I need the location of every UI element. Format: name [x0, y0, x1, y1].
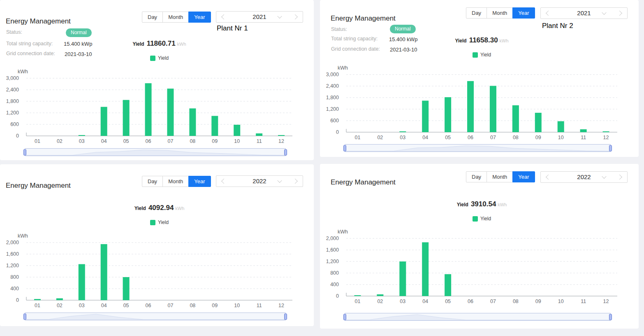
tab-day[interactable]: Day — [142, 12, 163, 23]
tab-year[interactable]: Year — [188, 12, 211, 23]
svg-text:04: 04 — [101, 138, 107, 144]
svg-text:3,000: 3,000 — [6, 75, 19, 81]
svg-text:2,400: 2,400 — [6, 87, 19, 93]
period-tabs: Day Month Year — [142, 12, 211, 23]
energy-panel-plant2-2021: Energy Management Day Month Year 2021 Pl… — [320, 0, 639, 157]
slider-handle-left[interactable] — [23, 149, 26, 155]
slider-handle-left[interactable] — [343, 145, 346, 151]
slider-handle-left[interactable] — [23, 313, 26, 320]
energy-panel-plant1-2021: Energy Management Day Month Year 2021 Pl… — [0, 0, 314, 160]
yield-total: Yield4092.94kWh — [26, 204, 292, 212]
svg-text:04: 04 — [422, 299, 428, 304]
svg-text:1,200: 1,200 — [326, 259, 339, 264]
datazoom-slider[interactable] — [25, 313, 286, 320]
chart-legend[interactable]: Yield — [26, 55, 292, 61]
tab-month[interactable]: Month — [162, 176, 189, 187]
yield-total: Yield11658.30kWh — [346, 36, 617, 44]
svg-text:0: 0 — [336, 293, 339, 299]
slider-handle-right[interactable] — [284, 313, 287, 320]
yield-total-value: 4092.94 — [148, 204, 174, 212]
svg-text:400: 400 — [330, 282, 339, 287]
tab-day[interactable]: Day — [466, 7, 487, 19]
year-value[interactable]: 2022 — [216, 176, 303, 187]
svg-text:11: 11 — [257, 303, 262, 308]
svg-text:kWh: kWh — [18, 233, 28, 239]
svg-text:03: 03 — [400, 135, 405, 140]
svg-text:03: 03 — [79, 303, 85, 308]
year-picker: 2022 — [216, 175, 303, 187]
slider-handle-left[interactable] — [343, 314, 346, 320]
svg-text:2,000: 2,000 — [326, 236, 339, 241]
period-tabs: Day Month Year — [466, 171, 535, 182]
energy-panel-plant1-2022: Energy Management Day Month Year 2022 Yi… — [0, 164, 314, 326]
yield-total-value: 11658.30 — [469, 36, 498, 44]
plant-name: Plant Nr 1 — [217, 24, 248, 33]
yield-total-label: Yield — [132, 41, 144, 47]
yield-total-unit: kWh — [498, 202, 507, 207]
yield-total-unit: kWh — [500, 38, 509, 43]
tab-month[interactable]: Month — [162, 12, 189, 23]
svg-text:08: 08 — [190, 138, 195, 144]
period-tabs: Day Month Year — [466, 7, 535, 19]
svg-text:07: 07 — [490, 299, 496, 304]
svg-text:kWh: kWh — [18, 69, 28, 75]
svg-text:3,000: 3,000 — [326, 72, 339, 77]
tab-year[interactable]: Year — [188, 176, 211, 187]
datazoom-slider[interactable] — [25, 148, 286, 156]
svg-text:12: 12 — [278, 303, 284, 308]
svg-text:10: 10 — [234, 138, 240, 144]
svg-text:05: 05 — [445, 135, 451, 140]
svg-text:kWh: kWh — [338, 65, 348, 71]
svg-text:04: 04 — [101, 303, 107, 308]
grid-date-label: Grid connection date: — [331, 46, 380, 52]
svg-text:01: 01 — [355, 299, 361, 304]
svg-text:01: 01 — [35, 138, 40, 144]
svg-text:07: 07 — [168, 303, 174, 308]
svg-text:05: 05 — [123, 303, 129, 308]
legend-label: Yield — [158, 55, 169, 61]
svg-text:08: 08 — [513, 299, 519, 304]
svg-text:01: 01 — [355, 135, 361, 140]
slider-handle-right[interactable] — [609, 145, 612, 151]
year-value[interactable]: 2021 — [216, 12, 303, 22]
legend-label: Yield — [480, 216, 491, 222]
yield-total-value: 3910.54 — [471, 200, 496, 208]
svg-text:11: 11 — [581, 135, 586, 140]
slider-handle-right[interactable] — [609, 314, 612, 320]
yield-bar-chart: kWh06001,2001,8002,4003,0000102030405060… — [320, 64, 639, 146]
svg-text:1,600: 1,600 — [326, 247, 339, 253]
svg-text:04: 04 — [422, 135, 428, 140]
year-picker: 2021 — [216, 11, 303, 23]
tab-day[interactable]: Day — [142, 176, 163, 187]
tab-year[interactable]: Year — [512, 7, 535, 19]
chart-legend[interactable]: Yield — [346, 52, 617, 58]
slider-handle-right[interactable] — [284, 149, 287, 155]
svg-text:1,800: 1,800 — [326, 95, 339, 100]
legend-swatch-icon — [473, 216, 478, 222]
tab-day[interactable]: Day — [466, 171, 487, 182]
page-title: Energy Management — [331, 14, 396, 23]
svg-text:kWh: kWh — [338, 229, 348, 235]
svg-text:1,600: 1,600 — [6, 251, 19, 257]
svg-text:06: 06 — [146, 138, 151, 144]
year-value[interactable]: 2021 — [541, 8, 627, 19]
chart-legend[interactable]: Yield — [346, 216, 617, 222]
svg-text:11: 11 — [581, 299, 586, 304]
svg-text:2,000: 2,000 — [6, 240, 19, 245]
svg-text:2,400: 2,400 — [326, 83, 339, 89]
svg-text:1,200: 1,200 — [326, 106, 339, 112]
year-value[interactable]: 2022 — [541, 172, 627, 182]
svg-text:600: 600 — [10, 121, 19, 127]
svg-text:02: 02 — [377, 299, 383, 304]
tab-month[interactable]: Month — [486, 7, 513, 19]
svg-text:600: 600 — [330, 118, 339, 124]
datazoom-slider[interactable] — [345, 144, 611, 152]
tab-year[interactable]: Year — [512, 171, 535, 182]
page-title: Energy Management — [6, 17, 71, 26]
legend-swatch-icon — [473, 52, 478, 58]
tab-month[interactable]: Month — [486, 171, 513, 182]
datazoom-slider[interactable] — [345, 313, 611, 321]
yield-total-unit: kWh — [177, 42, 186, 47]
chart-legend[interactable]: Yield — [26, 219, 292, 225]
svg-text:09: 09 — [535, 135, 541, 140]
